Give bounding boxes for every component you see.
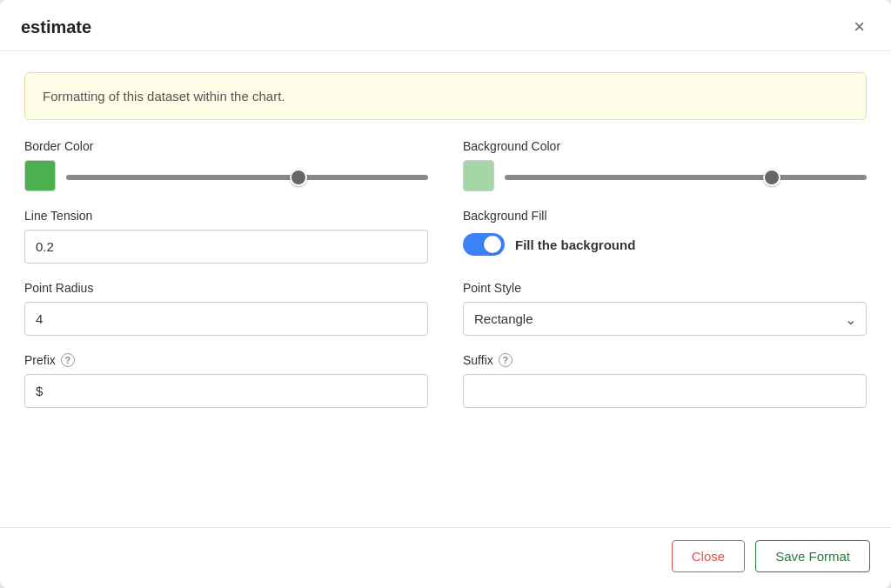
point-style-select-wrapper: Rectangle Circle Cross Dash Line Star Tr… [463,302,867,336]
border-color-group: Border Color [24,139,428,191]
background-color-slider[interactable] [505,175,867,180]
point-radius-group: Point Radius 4 [24,281,428,336]
background-fill-label: Background Fill [463,209,867,223]
border-color-label: Border Color [24,139,428,153]
close-x-button[interactable]: × [848,16,870,38]
background-color-swatch[interactable] [463,160,494,191]
border-color-swatch[interactable] [24,160,56,191]
close-button[interactable]: Close [672,540,745,572]
border-color-slider-container [66,168,428,184]
estimate-modal: estimate × Formatting of this dataset wi… [0,0,891,588]
line-tension-group: Line Tension 0.2 [24,209,428,264]
form-grid: Border Color Background Color [24,139,867,408]
banner-text: Formatting of this dataset within the ch… [43,89,285,104]
point-radius-input[interactable]: 4 [24,302,428,336]
point-style-group: Point Style Rectangle Circle Cross Dash … [463,281,867,336]
suffix-group: Suffix ? [463,353,867,408]
point-style-select[interactable]: Rectangle Circle Cross Dash Line Star Tr… [463,302,867,336]
modal-header: estimate × [0,0,891,51]
point-style-label: Point Style [463,281,867,295]
suffix-input[interactable] [463,374,867,408]
line-tension-input[interactable]: 0.2 [24,230,428,264]
prefix-group: Prefix ? $ [24,353,428,408]
info-banner: Formatting of this dataset within the ch… [24,72,867,120]
point-radius-label: Point Radius [24,281,428,295]
suffix-label-row: Suffix ? [463,353,867,367]
toggle-slider [463,233,505,256]
prefix-label-row: Prefix ? [24,353,428,367]
background-color-label: Background Color [463,139,867,153]
border-color-slider[interactable] [66,175,428,180]
modal-footer: Close Save Format [0,527,891,588]
prefix-label: Prefix [24,353,56,367]
suffix-help-icon[interactable]: ? [499,353,512,367]
modal-body: Formatting of this dataset within the ch… [0,51,891,527]
background-color-slider-container [505,168,867,184]
line-tension-label: Line Tension [24,209,428,223]
background-color-group: Background Color [463,139,867,191]
prefix-help-icon[interactable]: ? [61,353,75,367]
suffix-label: Suffix [463,353,493,367]
modal-title: estimate [21,17,91,37]
background-fill-group: Background Fill Fill the background [463,209,867,264]
background-fill-toggle-label: Fill the background [515,237,635,252]
background-fill-toggle[interactable] [463,233,505,256]
prefix-input[interactable]: $ [24,374,428,408]
save-format-button[interactable]: Save Format [755,540,870,572]
background-color-row [463,160,867,191]
background-fill-toggle-row: Fill the background [463,233,867,256]
border-color-row [24,160,428,191]
